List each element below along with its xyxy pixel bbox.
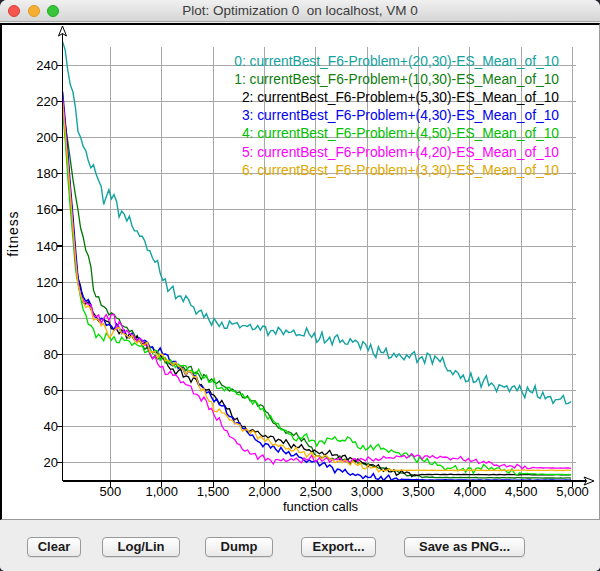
svg-text:2,000: 2,000 xyxy=(248,484,281,499)
svg-text:5: currentBest_F6-Problem+(4,2: 5: currentBest_F6-Problem+(4,20)-ES_Mean… xyxy=(242,145,559,160)
svg-text:40: 40 xyxy=(44,419,58,434)
svg-text:fitness: fitness xyxy=(5,211,21,257)
svg-text:2,500: 2,500 xyxy=(300,484,333,499)
svg-text:5,000: 5,000 xyxy=(556,484,589,499)
svg-text:4,000: 4,000 xyxy=(454,484,487,499)
svg-text:500: 500 xyxy=(100,484,122,499)
svg-text:2: currentBest_F6-Problem+(5,3: 2: currentBest_F6-Problem+(5,30)-ES_Mean… xyxy=(242,90,559,105)
svg-text:3,500: 3,500 xyxy=(402,484,435,499)
svg-text:220: 220 xyxy=(36,94,58,109)
svg-text:160: 160 xyxy=(36,202,58,217)
svg-text:140: 140 xyxy=(36,239,58,254)
svg-text:180: 180 xyxy=(36,166,58,181)
svg-text:100: 100 xyxy=(36,311,58,326)
svg-text:20: 20 xyxy=(44,455,58,470)
svg-text:4: currentBest_F6-Problem+(4,5: 4: currentBest_F6-Problem+(4,50)-ES_Mean… xyxy=(242,126,559,141)
svg-text:60: 60 xyxy=(44,383,58,398)
svg-text:0: currentBest_F6-Problem+(20,: 0: currentBest_F6-Problem+(20,30)-ES_Mea… xyxy=(234,54,559,69)
svg-text:200: 200 xyxy=(36,130,58,145)
svg-text:3,000: 3,000 xyxy=(351,484,384,499)
svg-text:1: currentBest_F6-Problem+(10,: 1: currentBest_F6-Problem+(10,30)-ES_Mea… xyxy=(234,72,559,87)
svg-text:120: 120 xyxy=(36,275,58,290)
svg-text:1,500: 1,500 xyxy=(197,484,230,499)
svg-text:1,000: 1,000 xyxy=(146,484,179,499)
svg-text:3: currentBest_F6-Problem+(4,3: 3: currentBest_F6-Problem+(4,30)-ES_Mean… xyxy=(242,108,559,123)
svg-text:80: 80 xyxy=(44,347,58,362)
svg-text:4,500: 4,500 xyxy=(505,484,538,499)
svg-text:function calls: function calls xyxy=(283,499,359,514)
svg-text:240: 240 xyxy=(36,58,58,73)
svg-text:6: currentBest_F6-Problem+(3,3: 6: currentBest_F6-Problem+(3,30)-ES_Mean… xyxy=(242,163,559,178)
